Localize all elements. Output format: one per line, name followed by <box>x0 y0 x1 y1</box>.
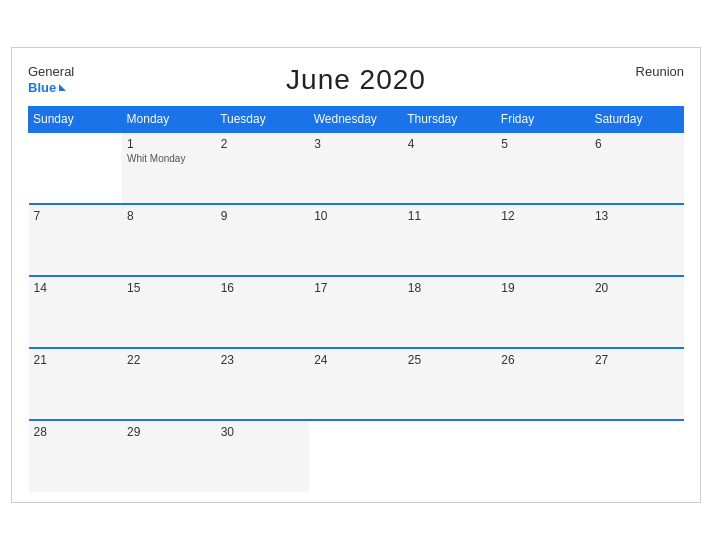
calendar-day-cell <box>309 420 403 492</box>
calendar-header: General Blue June 2020 Reunion <box>28 64 684 96</box>
calendar-day-cell: 28 <box>29 420 123 492</box>
weekday-header-row: SundayMondayTuesdayWednesdayThursdayFrid… <box>29 107 684 133</box>
calendar-day-cell: 17 <box>309 276 403 348</box>
weekday-header-saturday: Saturday <box>590 107 684 133</box>
calendar-week-row: 21222324252627 <box>29 348 684 420</box>
calendar-week-row: 78910111213 <box>29 204 684 276</box>
day-number: 9 <box>221 209 305 223</box>
calendar-day-cell: 30 <box>216 420 310 492</box>
calendar-day-cell: 21 <box>29 348 123 420</box>
calendar-day-cell <box>403 420 497 492</box>
calendar-day-cell: 6 <box>590 132 684 204</box>
logo-blue-text: Blue <box>28 80 56 95</box>
day-number: 29 <box>127 425 211 439</box>
calendar-container: General Blue June 2020 Reunion SundayMon… <box>11 47 701 503</box>
weekday-header-monday: Monday <box>122 107 216 133</box>
day-number: 13 <box>595 209 679 223</box>
calendar-day-cell: 26 <box>496 348 590 420</box>
day-number: 11 <box>408 209 492 223</box>
day-number: 28 <box>34 425 118 439</box>
calendar-week-row: 282930 <box>29 420 684 492</box>
calendar-day-cell: 24 <box>309 348 403 420</box>
calendar-day-cell: 16 <box>216 276 310 348</box>
logo-triangle-icon <box>59 84 66 91</box>
weekday-header-wednesday: Wednesday <box>309 107 403 133</box>
calendar-day-cell: 11 <box>403 204 497 276</box>
calendar-day-cell: 13 <box>590 204 684 276</box>
holiday-label: Whit Monday <box>127 153 211 164</box>
calendar-day-cell: 22 <box>122 348 216 420</box>
calendar-day-cell: 15 <box>122 276 216 348</box>
calendar-day-cell: 19 <box>496 276 590 348</box>
day-number: 1 <box>127 137 211 151</box>
calendar-day-cell: 4 <box>403 132 497 204</box>
day-number: 19 <box>501 281 585 295</box>
day-number: 30 <box>221 425 305 439</box>
weekday-header-friday: Friday <box>496 107 590 133</box>
logo: General Blue <box>28 64 74 95</box>
calendar-week-row: 14151617181920 <box>29 276 684 348</box>
calendar-day-cell: 2 <box>216 132 310 204</box>
calendar-day-cell: 7 <box>29 204 123 276</box>
region-label: Reunion <box>636 64 684 79</box>
day-number: 14 <box>34 281 118 295</box>
calendar-day-cell: 10 <box>309 204 403 276</box>
calendar-day-cell: 5 <box>496 132 590 204</box>
day-number: 16 <box>221 281 305 295</box>
calendar-day-cell: 20 <box>590 276 684 348</box>
calendar-day-cell <box>590 420 684 492</box>
day-number: 12 <box>501 209 585 223</box>
day-number: 7 <box>34 209 118 223</box>
calendar-grid: SundayMondayTuesdayWednesdayThursdayFrid… <box>28 106 684 492</box>
calendar-week-row: 1Whit Monday23456 <box>29 132 684 204</box>
weekday-header-tuesday: Tuesday <box>216 107 310 133</box>
day-number: 17 <box>314 281 398 295</box>
day-number: 15 <box>127 281 211 295</box>
calendar-day-cell: 18 <box>403 276 497 348</box>
calendar-day-cell <box>29 132 123 204</box>
calendar-day-cell: 29 <box>122 420 216 492</box>
calendar-day-cell <box>496 420 590 492</box>
day-number: 23 <box>221 353 305 367</box>
day-number: 22 <box>127 353 211 367</box>
day-number: 10 <box>314 209 398 223</box>
day-number: 4 <box>408 137 492 151</box>
calendar-day-cell: 14 <box>29 276 123 348</box>
day-number: 25 <box>408 353 492 367</box>
calendar-day-cell: 3 <box>309 132 403 204</box>
day-number: 6 <box>595 137 679 151</box>
calendar-title: June 2020 <box>286 64 426 96</box>
day-number: 2 <box>221 137 305 151</box>
calendar-day-cell: 8 <box>122 204 216 276</box>
calendar-day-cell: 23 <box>216 348 310 420</box>
weekday-header-sunday: Sunday <box>29 107 123 133</box>
calendar-day-cell: 27 <box>590 348 684 420</box>
day-number: 24 <box>314 353 398 367</box>
calendar-day-cell: 12 <box>496 204 590 276</box>
calendar-day-cell: 1Whit Monday <box>122 132 216 204</box>
calendar-day-cell: 25 <box>403 348 497 420</box>
day-number: 26 <box>501 353 585 367</box>
day-number: 18 <box>408 281 492 295</box>
weekday-header-thursday: Thursday <box>403 107 497 133</box>
day-number: 20 <box>595 281 679 295</box>
day-number: 5 <box>501 137 585 151</box>
calendar-day-cell: 9 <box>216 204 310 276</box>
day-number: 3 <box>314 137 398 151</box>
day-number: 8 <box>127 209 211 223</box>
day-number: 21 <box>34 353 118 367</box>
day-number: 27 <box>595 353 679 367</box>
logo-blue-row: Blue <box>28 80 66 95</box>
logo-general-text: General <box>28 64 74 80</box>
